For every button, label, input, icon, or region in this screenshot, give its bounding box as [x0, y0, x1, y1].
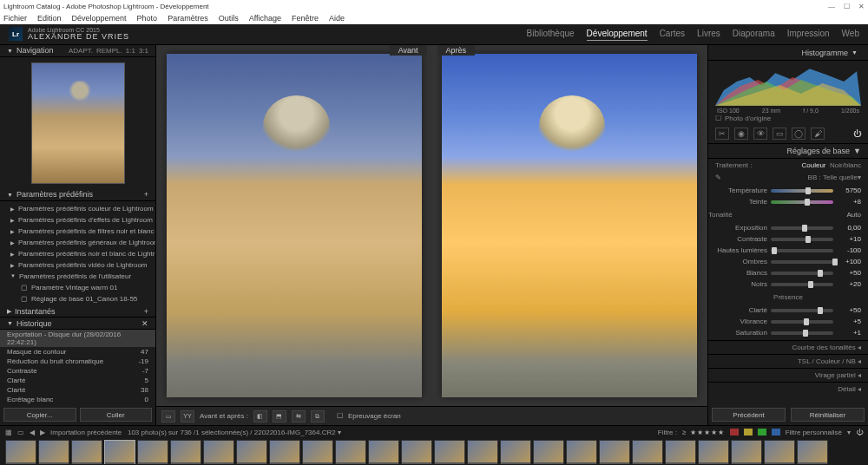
thumb[interactable] [731, 440, 762, 464]
menu-photo[interactable]: Photo [137, 14, 158, 23]
history-step[interactable]: Clarté38 [0, 385, 155, 395]
tone-curve-header[interactable]: Courbe des tonalités ◂ [708, 340, 868, 354]
shadows-value[interactable]: +100 [837, 258, 861, 265]
auto-tone-button[interactable]: Auto [847, 211, 868, 219]
history-step[interactable]: Clarté5 [0, 376, 155, 385]
thumb[interactable] [467, 440, 498, 464]
saturation-slider[interactable] [771, 331, 833, 335]
menu-fichier[interactable]: Fichier [3, 14, 27, 23]
exposure-value[interactable]: 0,00 [837, 224, 861, 232]
thumb[interactable] [302, 440, 333, 464]
thumb[interactable] [797, 440, 828, 464]
history-step[interactable]: Réduction du bruit chromatique-19 [0, 357, 155, 366]
ba-topbottom-icon[interactable]: ⬒ [273, 410, 286, 422]
thumb[interactable] [632, 440, 663, 464]
loupe-view-icon[interactable]: ▭ [161, 410, 175, 422]
source-label[interactable]: Importation précédente [50, 429, 122, 436]
blacks-slider[interactable] [771, 283, 833, 286]
menu-parametres[interactable]: Paramètres [168, 14, 208, 23]
history-header[interactable]: ▼ Historique ✕ [0, 318, 155, 330]
snapshots-header[interactable]: ▶ Instantanés + [0, 306, 155, 318]
history-step[interactable]: Contraste-7 [0, 366, 155, 376]
minimize-icon[interactable]: — [828, 3, 835, 10]
preset-folder[interactable]: ▼Paramètres prédéfinis de l'utilisateur [0, 271, 155, 282]
thumb[interactable] [401, 440, 432, 464]
module-slideshow[interactable]: Diaporama [733, 29, 775, 41]
module-map[interactable]: Cartes [660, 29, 685, 41]
split-toning-header[interactable]: Virage partiel ◂ [708, 368, 868, 382]
treatment-color[interactable]: Couleur [802, 161, 826, 169]
zoom-fit[interactable]: ADAPT. [69, 47, 93, 55]
preset-folder[interactable]: ▶Paramètres prédéfinis généraux de Light… [0, 237, 155, 248]
second-window-icon[interactable]: ▭ [17, 429, 24, 436]
compare-view-icon[interactable]: YY [181, 410, 194, 422]
history-step[interactable]: Exportation - Disque dur (28/02/2016 22:… [0, 330, 155, 347]
detail-header[interactable]: Détail ◂ [708, 382, 868, 396]
maximize-icon[interactable]: ☐ [844, 3, 850, 10]
grid-icon[interactable]: ▦ [5, 429, 12, 436]
saturation-value[interactable]: +1 [837, 329, 861, 337]
module-print[interactable]: Impression [787, 29, 830, 41]
blacks-value[interactable]: +20 [837, 280, 861, 288]
thumb[interactable] [566, 440, 597, 464]
history-step[interactable]: Masque de contour47 [0, 347, 155, 357]
reset-button[interactable]: Réinitialiser [791, 408, 865, 422]
preset-item[interactable]: ▢ Réglage de base 01_Canon 18-55 [0, 293, 155, 305]
hsl-header[interactable]: TSL / Couleur / NB ◂ [708, 354, 868, 368]
vibrance-value[interactable]: +5 [837, 318, 861, 325]
module-library[interactable]: Bibliothèque [527, 29, 575, 41]
ba-leftright-icon[interactable]: ◧ [253, 410, 267, 422]
gradient-tool-icon[interactable]: ▭ [773, 128, 786, 140]
zoom-3to1[interactable]: 3:1 [139, 47, 148, 55]
ba-swap-icon[interactable]: ⇆ [292, 410, 306, 422]
clear-icon[interactable]: ✕ [141, 319, 148, 328]
thumb[interactable] [698, 440, 729, 464]
menu-developpement[interactable]: Développement [72, 14, 127, 23]
nav-back-icon[interactable]: ◀ [30, 429, 35, 436]
preset-item[interactable]: ▢ Paramètre Vintage warm 01 [0, 282, 155, 293]
thumb[interactable] [434, 440, 465, 464]
ba-copy-icon[interactable]: ⧉ [311, 410, 325, 422]
thumb[interactable] [533, 440, 564, 464]
filter-yellow-label[interactable] [744, 429, 753, 436]
thumb[interactable] [665, 440, 696, 464]
eyedropper-icon[interactable]: ✎ [715, 174, 721, 181]
histogram[interactable]: ISO 100 23 mm f / 9,0 1/200s [708, 61, 868, 113]
menu-outils[interactable]: Outils [219, 14, 239, 23]
preset-folder[interactable]: ▶Paramètres prédéfinis d'effets de Light… [0, 214, 155, 226]
preset-folder[interactable]: ▶Paramètres prédéfinis couleur de Lightr… [0, 203, 155, 214]
thumb-selected[interactable] [104, 440, 135, 464]
history-step[interactable]: Ecrêtage blanc0 [0, 395, 155, 404]
shadows-slider[interactable] [771, 260, 833, 264]
contrast-value[interactable]: +10 [837, 235, 861, 243]
thumb[interactable] [137, 440, 168, 464]
whites-slider[interactable] [771, 272, 833, 275]
clarity-slider[interactable] [771, 309, 833, 312]
clarity-value[interactable]: +50 [837, 306, 861, 314]
presets-header[interactable]: ▼ Paramètres prédéfinis + [0, 189, 155, 201]
filter-blue-label[interactable] [772, 429, 780, 436]
menu-fenetre[interactable]: Fenêtre [292, 14, 319, 23]
thumb[interactable] [764, 440, 795, 464]
paste-button[interactable]: Coller [80, 408, 153, 422]
plus-icon[interactable]: + [144, 307, 148, 316]
highlights-slider[interactable] [771, 249, 833, 252]
thumb[interactable] [5, 440, 36, 464]
filter-lock-icon[interactable]: ⏻ [856, 429, 863, 436]
radial-tool-icon[interactable]: ◯ [792, 128, 806, 140]
temp-slider[interactable] [771, 189, 833, 193]
brush-tool-icon[interactable]: 🖌 [811, 128, 825, 140]
thumb[interactable] [71, 440, 102, 464]
thumb[interactable] [170, 440, 201, 464]
treatment-bw[interactable]: Noir/blanc [830, 161, 861, 169]
histogram-header[interactable]: Histogramme ▼ [708, 45, 868, 61]
exposure-slider[interactable] [771, 226, 833, 230]
menu-edition[interactable]: Edition [37, 14, 62, 23]
thumb[interactable] [335, 440, 366, 464]
thumb[interactable] [599, 440, 630, 464]
contrast-slider[interactable] [771, 238, 833, 241]
softproof-label[interactable]: Epreuvage écran [348, 412, 401, 420]
original-checkbox[interactable]: ☐ [715, 115, 721, 122]
preset-folder[interactable]: ▶Paramètres prédéfinis vidéo de Lightroo… [0, 259, 155, 271]
menu-affichage[interactable]: Affichage [249, 14, 281, 23]
